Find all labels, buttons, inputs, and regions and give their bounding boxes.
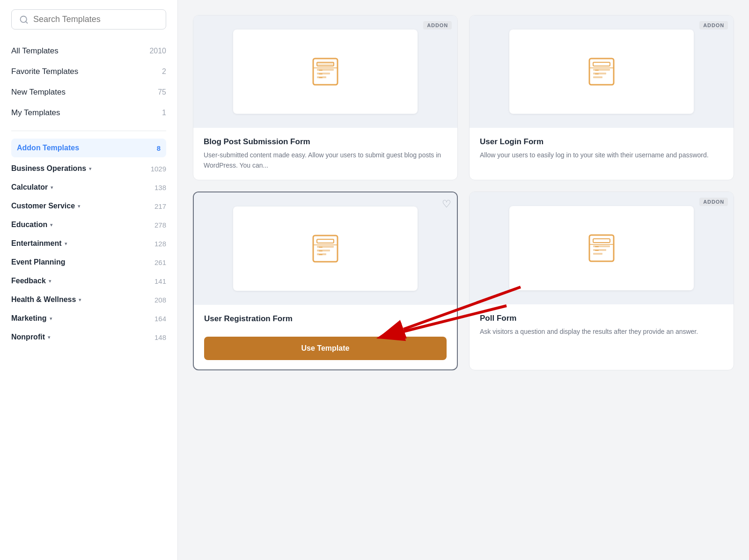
cat-count-education: 278 — [154, 221, 166, 229]
sidebar-item-customer-service[interactable]: Customer Service ▾ 217 — [11, 197, 166, 215]
cat-label-education: Education — [11, 221, 47, 229]
addon-count: 8 — [157, 144, 161, 152]
card-preview-login: ADDON — [470, 15, 734, 128]
card-body-registration: User Registration Form — [194, 305, 457, 337]
addon-badge-login: ADDON — [699, 21, 728, 29]
cat-count-feedback: 141 — [154, 277, 166, 285]
form-icon-login — [585, 55, 618, 88]
form-icon-poll — [585, 231, 618, 265]
nav-item-new-templates[interactable]: New Templates 75 — [11, 82, 166, 103]
svg-rect-19 — [595, 74, 599, 74]
chevron-down-icon: ▾ — [51, 184, 53, 191]
nav-count-favorite: 2 — [162, 67, 166, 76]
svg-rect-35 — [595, 246, 599, 247]
chevron-down-icon: ▾ — [79, 297, 81, 303]
svg-rect-18 — [595, 70, 599, 71]
cards-wrapper: ADDON Blog Post Submission Form User-sub… — [193, 15, 734, 370]
card-title-registration: User Registration Form — [204, 314, 447, 324]
svg-rect-10 — [319, 74, 323, 74]
nav-count-new: 75 — [158, 88, 166, 96]
nav-label-my: My Templates — [11, 108, 60, 118]
nav-item-all-templates[interactable]: All Templates 2010 — [11, 41, 166, 61]
sidebar-item-business-operations[interactable]: Business Operations ▾ 1029 — [11, 159, 166, 178]
sidebar-item-calculator[interactable]: Calculator ▾ 138 — [11, 178, 166, 197]
card-description-login: Allow your users to easily log in to you… — [480, 150, 723, 161]
nav-count-all: 2010 — [149, 47, 166, 55]
sidebar-item-entertainment[interactable]: Entertainment ▾ 128 — [11, 234, 166, 253]
cat-count-calculator: 138 — [154, 184, 166, 192]
search-box[interactable] — [11, 9, 166, 29]
sidebar-item-feedback[interactable]: Feedback ▾ 141 — [11, 272, 166, 290]
category-section: Addon Templates 8 Business Operations ▾ … — [0, 139, 177, 346]
card-description-poll: Ask visitors a question and display the … — [480, 327, 723, 337]
nav-item-favorite-templates[interactable]: Favorite Templates 2 — [11, 61, 166, 82]
chevron-down-icon: ▾ — [50, 222, 53, 228]
svg-rect-26 — [319, 247, 323, 248]
sidebar-item-marketing[interactable]: Marketing ▾ 164 — [11, 309, 166, 328]
svg-rect-9 — [319, 70, 323, 71]
search-icon — [19, 15, 29, 24]
chevron-down-icon: ▾ — [50, 316, 52, 322]
form-icon-registration — [308, 232, 342, 265]
nav-label-all: All Templates — [11, 46, 59, 56]
card-preview-inner-poll — [509, 206, 694, 290]
svg-line-1 — [26, 21, 28, 23]
card-body-poll: Poll Form Ask visitors a question and di… — [470, 304, 734, 346]
cat-label-event-planning: Event Planning — [11, 258, 66, 266]
cat-label-feedback: Feedback — [11, 277, 46, 285]
cat-count-customer-service: 217 — [154, 202, 166, 210]
cat-label-health: Health & Wellness — [11, 295, 76, 304]
cat-label-customer-service: Customer Service — [11, 202, 75, 210]
card-title-login: User Login Form — [480, 137, 723, 147]
svg-rect-33 — [593, 253, 602, 255]
card-preview-inner-login — [509, 29, 694, 114]
heart-icon[interactable]: ♡ — [442, 198, 451, 210]
nav-section: All Templates 2010 Favorite Templates 2 … — [0, 41, 177, 123]
use-template-button[interactable]: Use Template — [204, 337, 447, 360]
cat-count-marketing: 164 — [154, 315, 166, 323]
nav-item-my-templates[interactable]: My Templates 1 — [11, 103, 166, 123]
nav-count-my: 1 — [162, 109, 166, 117]
cat-count-event-planning: 261 — [154, 258, 166, 266]
chevron-down-icon: ▾ — [48, 334, 51, 340]
cat-count-nonprofit: 148 — [154, 333, 166, 341]
svg-rect-16 — [593, 76, 602, 78]
nav-label-favorite: Favorite Templates — [11, 67, 78, 76]
template-card-user-login[interactable]: ADDON User Login Form Allow your users t… — [469, 15, 734, 180]
addon-badge-poll: ADDON — [699, 198, 728, 206]
main-content: ADDON Blog Post Submission Form User-sub… — [178, 0, 749, 560]
template-card-poll[interactable]: ADDON Poll Form Ask visitors a question … — [469, 192, 734, 370]
sidebar-item-health-wellness[interactable]: Health & Wellness ▾ 208 — [11, 290, 166, 309]
svg-rect-27 — [319, 251, 323, 251]
chevron-down-icon: ▾ — [65, 241, 67, 247]
cat-label-business: Business Operations — [11, 164, 86, 173]
sidebar: All Templates 2010 Favorite Templates 2 … — [0, 0, 178, 560]
nav-label-new: New Templates — [11, 88, 66, 97]
addon-badge: ADDON — [423, 21, 452, 29]
form-icon — [308, 55, 342, 88]
sidebar-item-education[interactable]: Education ▾ 278 — [11, 215, 166, 234]
search-input[interactable] — [33, 15, 158, 24]
cat-label-calculator: Calculator — [11, 183, 48, 192]
card-title-blog: Blog Post Submission Form — [204, 137, 447, 147]
svg-rect-28 — [319, 254, 323, 255]
card-description-blog: User-submitted content made easy. Allow … — [204, 150, 447, 170]
template-card-blog-post[interactable]: ADDON Blog Post Submission Form User-sub… — [193, 15, 458, 180]
chevron-down-icon: ▾ — [89, 166, 92, 172]
template-card-user-registration[interactable]: ♡ User Registration Form Use Template — [193, 192, 458, 370]
sidebar-item-nonprofit[interactable]: Nonprofit ▾ 148 — [11, 328, 166, 346]
search-container — [0, 9, 177, 41]
svg-rect-36 — [595, 250, 599, 251]
card-title-poll: Poll Form — [480, 314, 723, 323]
svg-rect-11 — [319, 77, 323, 78]
chevron-down-icon: ▾ — [78, 203, 81, 209]
card-body-blog: Blog Post Submission Form User-submitted… — [193, 128, 457, 180]
cat-label-nonprofit: Nonprofit — [11, 333, 45, 341]
chevron-down-icon: ▾ — [49, 278, 51, 284]
svg-rect-3 — [317, 62, 334, 66]
addon-label: Addon Templates — [17, 144, 79, 152]
cat-count-entertainment: 128 — [154, 240, 166, 248]
card-preview-blog: ADDON — [193, 15, 457, 128]
sidebar-item-event-planning[interactable]: Event Planning 261 — [11, 253, 166, 272]
sidebar-item-addon-templates[interactable]: Addon Templates 8 — [11, 139, 166, 157]
